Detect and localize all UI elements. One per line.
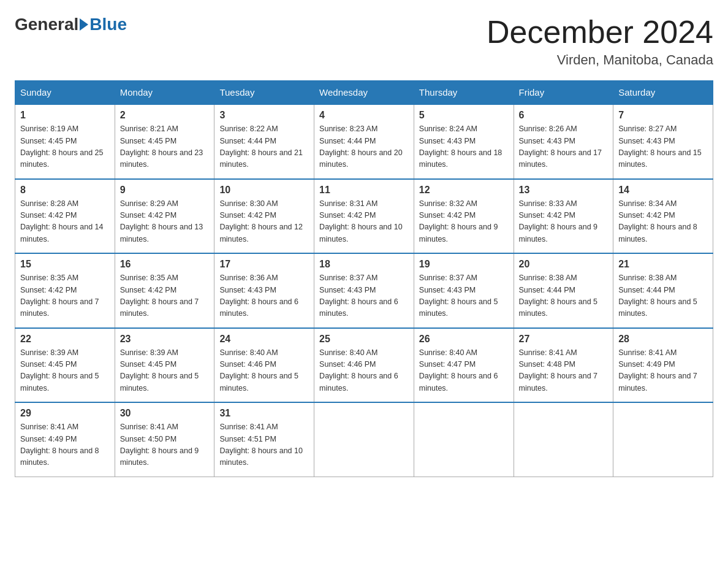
day-number: 7 bbox=[618, 110, 708, 121]
calendar-cell: 29 Sunrise: 8:41 AMSunset: 4:49 PMDaylig… bbox=[15, 402, 115, 477]
calendar-cell: 12 Sunrise: 8:32 AMSunset: 4:42 PMDaylig… bbox=[414, 179, 514, 254]
calendar-cell: 20 Sunrise: 8:38 AMSunset: 4:44 PMDaylig… bbox=[514, 253, 613, 328]
day-info: Sunrise: 8:38 AMSunset: 4:44 PMDaylight:… bbox=[618, 274, 697, 318]
weekday-header-monday: Monday bbox=[115, 81, 214, 105]
day-number: 15 bbox=[20, 259, 110, 270]
calendar-cell: 2 Sunrise: 8:21 AMSunset: 4:45 PMDayligh… bbox=[115, 104, 214, 179]
day-number: 3 bbox=[219, 110, 309, 121]
day-number: 26 bbox=[419, 334, 509, 345]
day-info: Sunrise: 8:39 AMSunset: 4:45 PMDaylight:… bbox=[20, 348, 99, 393]
day-info: Sunrise: 8:32 AMSunset: 4:42 PMDaylight:… bbox=[419, 199, 498, 243]
day-number: 24 bbox=[219, 334, 309, 345]
day-number: 22 bbox=[20, 334, 110, 345]
calendar-cell: 4 Sunrise: 8:23 AMSunset: 4:44 PMDayligh… bbox=[314, 104, 414, 179]
day-number: 23 bbox=[120, 334, 210, 345]
day-info: Sunrise: 8:41 AMSunset: 4:48 PMDaylight:… bbox=[519, 348, 598, 393]
day-number: 19 bbox=[419, 259, 509, 270]
calendar-cell: 25 Sunrise: 8:40 AMSunset: 4:46 PMDaylig… bbox=[314, 328, 414, 403]
calendar-week-row: 29 Sunrise: 8:41 AMSunset: 4:49 PMDaylig… bbox=[15, 402, 713, 477]
day-info: Sunrise: 8:37 AMSunset: 4:43 PMDaylight:… bbox=[319, 274, 398, 318]
weekday-header-friday: Friday bbox=[514, 81, 613, 105]
calendar-week-row: 1 Sunrise: 8:19 AMSunset: 4:45 PMDayligh… bbox=[15, 104, 713, 179]
calendar-cell: 19 Sunrise: 8:37 AMSunset: 4:43 PMDaylig… bbox=[414, 253, 514, 328]
calendar-cell: 5 Sunrise: 8:24 AMSunset: 4:43 PMDayligh… bbox=[414, 104, 514, 179]
calendar-cell: 17 Sunrise: 8:36 AMSunset: 4:43 PMDaylig… bbox=[214, 253, 314, 328]
calendar-cell: 21 Sunrise: 8:38 AMSunset: 4:44 PMDaylig… bbox=[613, 253, 713, 328]
day-info: Sunrise: 8:39 AMSunset: 4:45 PMDaylight:… bbox=[120, 348, 199, 393]
weekday-header-sunday: Sunday bbox=[15, 81, 115, 105]
day-number: 18 bbox=[319, 259, 409, 270]
calendar-cell: 28 Sunrise: 8:41 AMSunset: 4:49 PMDaylig… bbox=[613, 328, 713, 403]
weekday-header-saturday: Saturday bbox=[613, 81, 713, 105]
day-info: Sunrise: 8:41 AMSunset: 4:49 PMDaylight:… bbox=[20, 423, 99, 467]
calendar-cell: 7 Sunrise: 8:27 AMSunset: 4:43 PMDayligh… bbox=[613, 104, 713, 179]
calendar-cell: 23 Sunrise: 8:39 AMSunset: 4:45 PMDaylig… bbox=[115, 328, 214, 403]
location-title: Virden, Manitoba, Canada bbox=[487, 52, 713, 68]
day-number: 29 bbox=[20, 408, 110, 419]
day-number: 8 bbox=[20, 185, 110, 196]
calendar-cell bbox=[314, 402, 414, 477]
day-info: Sunrise: 8:29 AMSunset: 4:42 PMDaylight:… bbox=[120, 199, 203, 243]
calendar-cell: 18 Sunrise: 8:37 AMSunset: 4:43 PMDaylig… bbox=[314, 253, 414, 328]
day-info: Sunrise: 8:36 AMSunset: 4:43 PMDaylight:… bbox=[219, 274, 298, 318]
page-header: General Blue December 2024 Virden, Manit… bbox=[15, 15, 713, 68]
month-title: December 2024 bbox=[487, 15, 713, 50]
day-number: 31 bbox=[219, 408, 309, 419]
weekday-header-wednesday: Wednesday bbox=[314, 81, 414, 105]
logo-blue-text: Blue bbox=[89, 15, 127, 34]
calendar-cell bbox=[613, 402, 713, 477]
logo-general-text: General bbox=[15, 15, 78, 34]
day-number: 6 bbox=[519, 110, 609, 121]
day-info: Sunrise: 8:27 AMSunset: 4:43 PMDaylight:… bbox=[618, 124, 702, 169]
calendar-cell: 31 Sunrise: 8:41 AMSunset: 4:51 PMDaylig… bbox=[214, 402, 314, 477]
day-number: 11 bbox=[319, 185, 409, 196]
day-info: Sunrise: 8:31 AMSunset: 4:42 PMDaylight:… bbox=[319, 199, 403, 243]
day-info: Sunrise: 8:40 AMSunset: 4:47 PMDaylight:… bbox=[419, 348, 498, 393]
calendar-cell: 15 Sunrise: 8:35 AMSunset: 4:42 PMDaylig… bbox=[15, 253, 115, 328]
day-info: Sunrise: 8:33 AMSunset: 4:42 PMDaylight:… bbox=[519, 199, 598, 243]
day-info: Sunrise: 8:40 AMSunset: 4:46 PMDaylight:… bbox=[219, 348, 298, 393]
day-info: Sunrise: 8:23 AMSunset: 4:44 PMDaylight:… bbox=[319, 124, 403, 169]
day-info: Sunrise: 8:35 AMSunset: 4:42 PMDaylight:… bbox=[120, 274, 199, 318]
calendar-cell bbox=[514, 402, 613, 477]
weekday-header-tuesday: Tuesday bbox=[214, 81, 314, 105]
calendar-cell: 8 Sunrise: 8:28 AMSunset: 4:42 PMDayligh… bbox=[15, 179, 115, 254]
day-number: 13 bbox=[519, 185, 609, 196]
day-info: Sunrise: 8:21 AMSunset: 4:45 PMDaylight:… bbox=[120, 124, 203, 169]
day-number: 10 bbox=[219, 185, 309, 196]
day-info: Sunrise: 8:40 AMSunset: 4:46 PMDaylight:… bbox=[319, 348, 398, 393]
day-number: 2 bbox=[120, 110, 210, 121]
day-info: Sunrise: 8:26 AMSunset: 4:43 PMDaylight:… bbox=[519, 124, 602, 169]
weekday-header-row: SundayMondayTuesdayWednesdayThursdayFrid… bbox=[15, 81, 713, 105]
day-info: Sunrise: 8:19 AMSunset: 4:45 PMDaylight:… bbox=[20, 124, 104, 169]
calendar-table: SundayMondayTuesdayWednesdayThursdayFrid… bbox=[15, 80, 713, 477]
day-info: Sunrise: 8:41 AMSunset: 4:51 PMDaylight:… bbox=[219, 423, 303, 467]
calendar-cell: 1 Sunrise: 8:19 AMSunset: 4:45 PMDayligh… bbox=[15, 104, 115, 179]
day-number: 17 bbox=[219, 259, 309, 270]
calendar-cell: 22 Sunrise: 8:39 AMSunset: 4:45 PMDaylig… bbox=[15, 328, 115, 403]
title-block: December 2024 Virden, Manitoba, Canada bbox=[487, 15, 713, 68]
day-info: Sunrise: 8:38 AMSunset: 4:44 PMDaylight:… bbox=[519, 274, 598, 318]
calendar-cell: 26 Sunrise: 8:40 AMSunset: 4:47 PMDaylig… bbox=[414, 328, 514, 403]
day-info: Sunrise: 8:34 AMSunset: 4:42 PMDaylight:… bbox=[618, 199, 697, 243]
day-number: 30 bbox=[120, 408, 210, 419]
day-number: 12 bbox=[419, 185, 509, 196]
calendar-cell: 24 Sunrise: 8:40 AMSunset: 4:46 PMDaylig… bbox=[214, 328, 314, 403]
calendar-cell: 30 Sunrise: 8:41 AMSunset: 4:50 PMDaylig… bbox=[115, 402, 214, 477]
calendar-cell bbox=[414, 402, 514, 477]
day-number: 9 bbox=[120, 185, 210, 196]
day-info: Sunrise: 8:28 AMSunset: 4:42 PMDaylight:… bbox=[20, 199, 104, 243]
logo: General Blue bbox=[15, 15, 127, 34]
calendar-week-row: 22 Sunrise: 8:39 AMSunset: 4:45 PMDaylig… bbox=[15, 328, 713, 403]
day-number: 4 bbox=[319, 110, 409, 121]
weekday-header-thursday: Thursday bbox=[414, 81, 514, 105]
calendar-cell: 10 Sunrise: 8:30 AMSunset: 4:42 PMDaylig… bbox=[214, 179, 314, 254]
calendar-cell: 3 Sunrise: 8:22 AMSunset: 4:44 PMDayligh… bbox=[214, 104, 314, 179]
calendar-cell: 6 Sunrise: 8:26 AMSunset: 4:43 PMDayligh… bbox=[514, 104, 613, 179]
day-number: 21 bbox=[618, 259, 708, 270]
calendar-cell: 27 Sunrise: 8:41 AMSunset: 4:48 PMDaylig… bbox=[514, 328, 613, 403]
day-info: Sunrise: 8:30 AMSunset: 4:42 PMDaylight:… bbox=[219, 199, 303, 243]
day-number: 16 bbox=[120, 259, 210, 270]
day-info: Sunrise: 8:41 AMSunset: 4:49 PMDaylight:… bbox=[618, 348, 697, 393]
day-number: 25 bbox=[319, 334, 409, 345]
